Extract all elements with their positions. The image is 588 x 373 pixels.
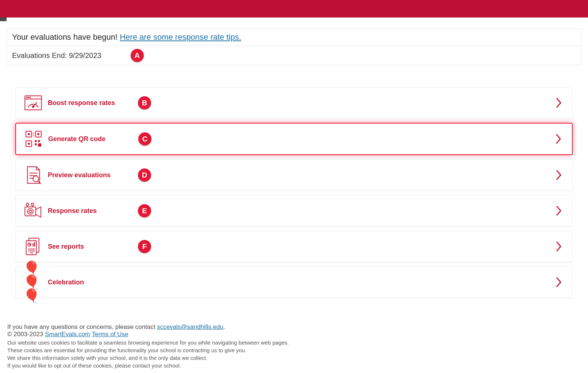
menu-list: Boost response ratesBGenerate QR codeCPr…: [15, 87, 573, 298]
footer-contact-line: If you have any questions or concerns, p…: [7, 323, 581, 331]
badge-c: C: [138, 132, 151, 145]
menu-card-preview-evaluations[interactable]: Preview evaluationsD: [15, 159, 573, 191]
svg-point-2: [27, 97, 27, 98]
notice-end-row: Evaluations End: 9/29/2023 A: [7, 46, 581, 65]
reports-icon: [23, 236, 43, 257]
menu-card-boost-response-rates[interactable]: Boost response ratesB: [15, 87, 573, 118]
menu-card-generate-qr-code[interactable]: Generate QR codeC: [15, 123, 573, 155]
camera-icon: [23, 201, 43, 221]
svg-point-26: [29, 210, 32, 213]
footer-contact-email-link[interactable]: sccevals@sandhills.edu: [157, 323, 223, 330]
footer-terms-link[interactable]: Terms of Use: [92, 331, 128, 338]
footer-cookie-line-2: These cookies are essential for providin…: [7, 347, 581, 353]
svg-rect-15: [35, 143, 37, 145]
chevron-right-icon: [555, 97, 563, 109]
notice-panel: Your evaluations have begun! Here are so…: [7, 28, 581, 65]
menu-card-label: See reports: [48, 243, 84, 250]
menu-card-see-reports[interactable]: See reportsF: [15, 231, 573, 262]
svg-point-18: [33, 135, 34, 136]
svg-rect-14: [38, 140, 40, 142]
svg-rect-13: [35, 140, 37, 142]
svg-rect-34: [32, 243, 34, 246]
footer: If you have any questions or concerns, p…: [7, 323, 581, 369]
footer-cookie-line-1: Our website uses cookies to facilitate a…: [7, 339, 581, 346]
svg-point-6: [32, 106, 34, 107]
svg-rect-10: [38, 133, 39, 135]
menu-card-label: Response rates: [48, 207, 97, 215]
footer-cookie-line-4: If you would like to opt out of these co…: [7, 362, 581, 369]
sidebar-stub: [0, 18, 7, 21]
badge-a: A: [131, 49, 144, 62]
chevron-right-icon: [554, 133, 562, 145]
gauge-icon: [23, 93, 43, 113]
chevron-right-icon: [555, 205, 563, 217]
svg-point-4: [30, 97, 30, 98]
svg-point-22: [33, 176, 39, 182]
svg-rect-16: [38, 143, 41, 147]
menu-card-celebration[interactable]: 🎈🎈🎈Celebration: [15, 267, 573, 298]
menu-card-response-rates[interactable]: Response ratesE: [15, 195, 573, 226]
chevron-right-icon: [555, 240, 563, 253]
footer-cookie-line-3: We share this information solely with yo…: [7, 355, 581, 361]
response-rate-tips-link[interactable]: Here are some response rate tips.: [120, 32, 241, 42]
evaluations-end-text: Evaluations End: 9/29/2023: [12, 51, 101, 60]
top-banner: [0, 0, 588, 18]
svg-point-3: [28, 97, 29, 98]
svg-point-17: [33, 133, 34, 134]
menu-card-label: Celebration: [48, 279, 84, 286]
notice-prefix: Your evaluations have begun!: [12, 32, 120, 42]
svg-rect-35: [34, 242, 35, 246]
chevron-right-icon: [555, 169, 563, 181]
menu-card-label: Generate QR code: [48, 135, 105, 143]
balloons-icon: 🎈🎈🎈: [23, 272, 43, 292]
svg-point-28: [31, 203, 34, 206]
footer-contact-prefix: If you have any questions or concerns, p…: [7, 323, 157, 330]
qr-icon: [23, 129, 44, 149]
footer-copyright-line: © 2003-2023 SmartEvals.com Terms of Use: [7, 331, 581, 338]
badge-b: B: [138, 96, 151, 109]
svg-point-27: [26, 203, 29, 206]
preview-icon: [23, 165, 43, 185]
svg-rect-12: [28, 143, 30, 145]
badge-d: D: [138, 168, 151, 182]
svg-rect-8: [28, 133, 30, 135]
footer-contact-suffix: .: [223, 323, 225, 330]
badge-e: E: [138, 204, 151, 217]
svg-point-25: [27, 209, 33, 214]
footer-copyright-prefix: © 2003-2023: [7, 331, 45, 338]
notice-message: Your evaluations have begun! Here are so…: [7, 29, 581, 46]
footer-site-link[interactable]: SmartEvals.com: [45, 331, 90, 338]
badge-f: F: [138, 240, 151, 253]
menu-card-label: Boost response rates: [48, 99, 115, 107]
menu-card-label: Preview evaluations: [48, 171, 111, 179]
chevron-right-icon: [555, 276, 563, 288]
